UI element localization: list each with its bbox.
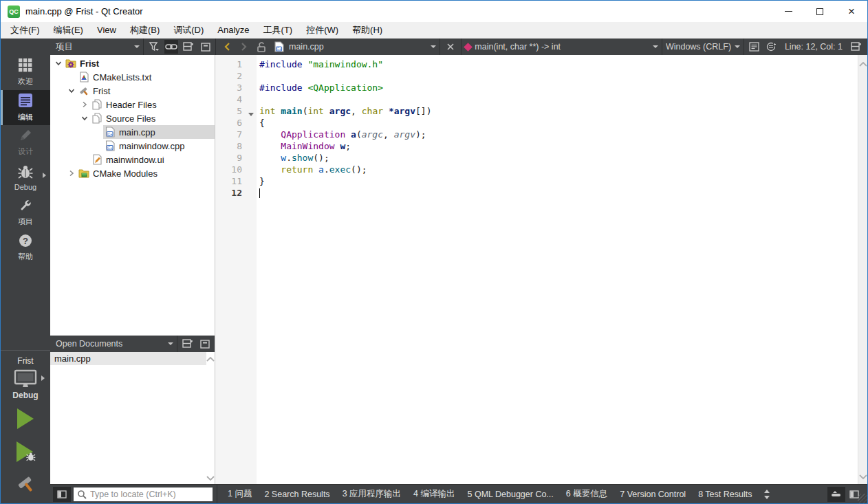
code-line[interactable]: QApplication a(argc, argv); (259, 129, 858, 140)
menu-item-3[interactable]: 构建(B) (123, 22, 166, 39)
menu-item-8[interactable]: 帮助(H) (345, 22, 389, 39)
build-progress-toggle-button[interactable] (827, 487, 845, 502)
mode-menu-arrow-icon[interactable] (43, 173, 46, 178)
close-panel-icon[interactable] (199, 40, 213, 54)
menu-item-1[interactable]: 编辑(E) (47, 22, 90, 39)
output-pane-button-5[interactable]: 5 QML Debugger Co... (468, 490, 554, 499)
open-file-combo[interactable]: main.cpp (289, 42, 436, 52)
mode-projects[interactable]: 项目 (1, 195, 50, 230)
panel-select-caret-icon[interactable] (168, 342, 173, 345)
forward-button[interactable] (237, 40, 251, 54)
close-document-button[interactable] (444, 40, 457, 54)
build-button[interactable] (14, 473, 36, 496)
sync-with-editor-icon[interactable] (164, 40, 178, 54)
mode-welcome[interactable]: 欢迎 (1, 55, 50, 90)
menu-item-2[interactable]: View (90, 22, 123, 39)
code-editor[interactable]: 123456789101112 #include "mainwindow.h"#… (215, 55, 867, 484)
filter-icon[interactable] (147, 40, 161, 54)
expander-right-icon[interactable] (66, 170, 77, 177)
menu-item-0[interactable]: 文件(F) (3, 22, 47, 39)
code-area[interactable]: #include "mainwindow.h"#include <QApplic… (257, 55, 858, 484)
scroll-down-icon[interactable] (859, 470, 867, 482)
tree-item-cmakelists-txt[interactable]: CMakeLists.txt (50, 70, 215, 84)
code-line[interactable]: #include <QApplication> (259, 82, 858, 94)
code-line[interactable] (259, 187, 858, 199)
split-editor-button[interactable] (849, 40, 863, 54)
output-pane-button-1[interactable]: 1 问题 (228, 488, 252, 500)
tree-item-source-files[interactable]: Source Files (50, 111, 215, 125)
scroll-up-icon[interactable] (206, 353, 215, 364)
tree-item-frist[interactable]: Frist (50, 56, 215, 70)
tree-item-mainwindow-ui[interactable]: mainwindow.ui (50, 153, 215, 166)
fold-column[interactable] (247, 58, 257, 484)
encoding-icon[interactable] (765, 40, 779, 54)
scroll-up-icon[interactable] (859, 57, 867, 69)
titlebar: QC main.cpp @ Frist - Qt Creator × (1, 1, 867, 22)
expander-down-icon[interactable] (79, 115, 90, 122)
split-panel-icon[interactable] (181, 337, 195, 351)
panel-select-caret-icon[interactable] (134, 45, 140, 48)
code-line[interactable]: w.show(); (259, 152, 858, 164)
menu-item-4[interactable]: 调试(D) (166, 22, 210, 39)
code-line[interactable]: { (259, 117, 858, 129)
document-properties-icon[interactable] (748, 40, 761, 54)
output-pane-button-8[interactable]: 8 Test Results (698, 490, 752, 499)
close-button[interactable]: × (836, 1, 867, 22)
tree-item-frist[interactable]: Frist (50, 84, 215, 98)
line-ending-combo[interactable]: Windows (CRLF) (666, 42, 740, 52)
debug-run-button[interactable] (14, 440, 36, 466)
app-logo-icon: QC (8, 6, 20, 18)
code-line[interactable]: return a.exec(); (259, 164, 858, 175)
editor-scrollbar[interactable] (858, 55, 867, 484)
output-pane-button-7[interactable]: 7 Version Control (620, 490, 686, 499)
output-pane-button-3[interactable]: 3 应用程序输出 (343, 488, 401, 500)
scroll-down-icon[interactable] (206, 472, 215, 483)
code-line[interactable] (259, 70, 858, 82)
symbol-combo[interactable]: main(int, char **) -> int (475, 42, 658, 52)
kit-selector[interactable]: Frist Debug (1, 350, 50, 407)
menu-item-6[interactable]: 工具(T) (257, 22, 300, 39)
lock-icon (254, 40, 268, 54)
output-pane-button-6[interactable]: 6 概要信息 (566, 488, 607, 500)
tree-item-cmake-modules[interactable]: CMake Modules (50, 166, 215, 180)
code-line[interactable]: int main(int argc, char *argv[]) (259, 105, 858, 117)
window-controls: × (772, 1, 867, 22)
code-line[interactable]: MainWindow w; (259, 140, 858, 152)
code-line[interactable] (259, 94, 858, 105)
resize-grip[interactable] (858, 494, 867, 503)
expander-down-icon[interactable] (66, 87, 77, 94)
mode-debug[interactable]: Debug (1, 160, 50, 195)
open-document-item[interactable]: main.cpp (50, 352, 206, 365)
menu-item-5[interactable]: Analyze (210, 22, 256, 39)
svg-text:?: ? (23, 236, 28, 246)
output-pane-button-4[interactable]: 4 编译输出 (413, 488, 455, 500)
open-documents-scrollbar[interactable] (206, 352, 215, 484)
expander-down-icon[interactable] (53, 60, 64, 67)
run-actions (1, 407, 50, 503)
back-button[interactable] (220, 40, 234, 54)
minimize-button[interactable] (772, 1, 804, 22)
expander-right-icon[interactable] (79, 101, 90, 108)
fold-marker-icon[interactable] (248, 113, 254, 116)
close-panel-icon[interactable] (198, 337, 212, 351)
tree-item-main-cpp[interactable]: C+ main.cpp (50, 125, 215, 139)
mode-help[interactable]: ? 帮助 (1, 230, 50, 265)
locator-input[interactable] (74, 487, 213, 501)
split-panel-icon[interactable] (182, 40, 195, 54)
maximize-button[interactable] (804, 1, 836, 22)
output-panes-menu-icon[interactable] (758, 487, 776, 502)
tree-item-mainwindow-cpp[interactable]: C+ mainwindow.cpp (50, 139, 215, 153)
code-line[interactable]: #include "mainwindow.h" (259, 58, 858, 70)
cppfile-icon: C+ (105, 140, 116, 151)
tree-item-header-files[interactable]: Header Files (50, 98, 215, 111)
mode-edit[interactable]: 编辑 (1, 90, 50, 125)
output-pane-button-2[interactable]: 2 Search Results (264, 490, 329, 499)
toggle-left-sidebar-button[interactable] (53, 487, 71, 502)
code-line[interactable]: } (259, 175, 858, 187)
run-button[interactable] (15, 407, 36, 433)
menu-item-7[interactable]: 控件(W) (299, 22, 345, 39)
modfolder-icon (78, 168, 89, 179)
line-number: 5 (215, 105, 242, 117)
editor-gutter: 123456789101112 (215, 55, 257, 484)
kit-target[interactable] (13, 369, 38, 389)
